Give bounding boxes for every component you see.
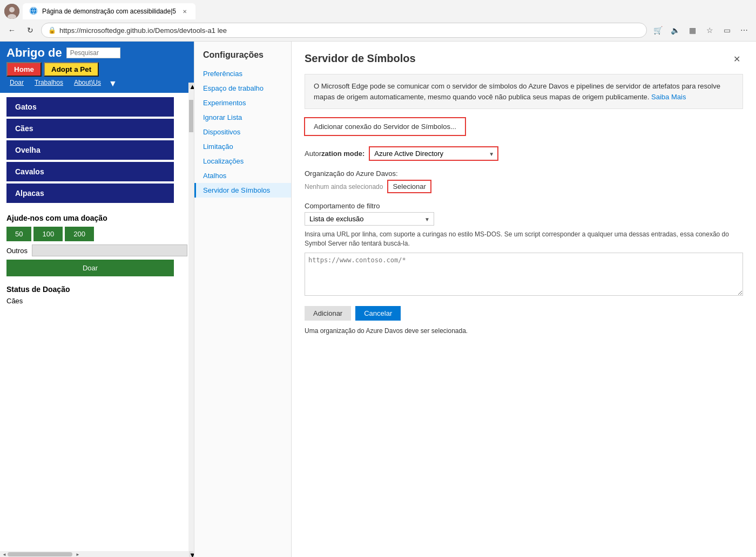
filter-description: Insira uma URL por linha, com suporte a … [305,230,743,248]
svg-point-1 [9,7,15,12]
settings-menu-item-workspace[interactable]: Espaço de trabalho [194,81,291,96]
org-label: Organização do Azure Davos: [305,169,743,178]
settings-menu-item-ignore[interactable]: Ignorar Lista [194,110,291,125]
right-scroll-arrow[interactable]: ► [75,552,81,557]
left-scroll-arrow[interactable]: ◄ [1,552,8,557]
address-text: https://microsoftedge.github.io/Demos/de… [59,26,640,35]
donation-other-label: Outros [6,247,28,255]
settings-menu-item-devices[interactable]: Dispositivos [194,125,291,139]
settings-menu-item-shortcuts[interactable]: Atalhos [194,168,291,183]
donation-submit-button[interactable]: Doar [6,260,174,276]
settings-title: Configurações [194,50,291,66]
nav-dropdown-icon[interactable]: ▼ [109,79,117,89]
category-caes[interactable]: Cães [6,119,174,138]
split-screen-icon[interactable]: ▦ [685,23,700,38]
scroll-thumb[interactable] [189,100,193,132]
collections-icon[interactable]: ▭ [719,23,734,38]
donation-title: Ajude-nos com uma doação [6,214,187,222]
donation-100-button[interactable]: 100 [33,227,63,241]
tab-favicon [29,6,38,17]
validation-message: Uma organização do Azure Davos deve ser … [305,327,743,335]
category-ovelha[interactable]: Ovelha [6,140,174,160]
auth-label: Autorzation mode: [305,150,364,158]
category-alpacas[interactable]: Alpacas [6,184,174,203]
auth-dropdown-wrapper: Azure Active Directory Personal Access T… [369,146,498,161]
nav-home-button[interactable]: Home [6,62,42,77]
browser-tab[interactable]: Página de demonstração com acessibilidad… [23,3,195,19]
address-bar[interactable]: 🔒 https://microsoftedge.github.io/Demos/… [41,23,647,38]
saiba-mais-link[interactable]: Saiba Mais [651,93,686,101]
org-select-button[interactable]: Selecionar [387,180,431,193]
filter-label: Comportamento de filtro [305,202,743,210]
scrollbar-thumb-h[interactable] [8,552,72,556]
site-search-input[interactable] [66,47,120,58]
auth-mode-select[interactable]: Azure Active Directory Personal Access T… [369,146,498,161]
favorites-icon[interactable]: ☆ [702,23,717,38]
status-title: Status de Doação [6,285,187,294]
panel-title: Servidor de Símbolos [305,52,416,65]
tab-close-icon[interactable]: ✕ [180,7,189,16]
user-avatar [4,4,19,19]
status-item: Cães [6,297,187,305]
lock-icon: 🔒 [48,26,56,34]
nav-adopt-button[interactable]: Adopt a Pet [44,62,99,77]
donation-other-input[interactable] [32,244,187,256]
filter-textarea[interactable] [305,253,743,296]
filter-dropdown-wrapper: Lista de exclusão Lista de inclusão ▼ [305,212,434,226]
org-placeholder-text: Nenhum ainda selecionado [305,183,383,191]
scroll-arrow-up[interactable]: ▲ [189,83,193,89]
panel-close-button[interactable]: ✕ [730,52,743,65]
back-button[interactable]: ← [4,23,19,38]
more-icon[interactable]: ⋯ [737,23,752,38]
add-button[interactable]: Adicionar [305,306,351,321]
browser-wallet-icon[interactable]: 🛒 [650,23,665,38]
vertical-scrollbar[interactable]: ▲ ▼ [188,83,194,557]
filter-behavior-select[interactable]: Lista de exclusão Lista de inclusão [305,212,434,226]
add-connection-button[interactable]: Adicionar conexão do Servidor de Símbolo… [305,118,465,135]
cancel-button[interactable]: Cancelar [355,306,401,321]
category-gatos[interactable]: Gatos [6,97,174,117]
info-box: O Microsoft Edge pode se comunicar com o… [305,74,743,109]
site-title: Abrigo de [6,46,62,60]
nav-donate-link[interactable]: Doar [6,79,27,89]
settings-menu-item-throttle[interactable]: Limitação [194,139,291,154]
nav-jobs-link[interactable]: Trabalhos [31,79,66,89]
scroll-arrow-down[interactable]: ▼ [189,551,193,557]
tab-title: Página de demonstração com acessibilidad… [42,8,176,15]
category-cavalos[interactable]: Cavalos [6,162,174,181]
read-aloud-icon[interactable]: 🔈 [667,23,683,38]
settings-menu-item-symbol-server[interactable]: Servidor de Símbolos [194,183,291,198]
refresh-button[interactable]: ↻ [23,23,38,38]
donation-50-button[interactable]: 50 [6,227,31,241]
settings-menu-item-locations[interactable]: Localizações [194,154,291,168]
settings-menu-item-experiments[interactable]: Experimentos [194,96,291,110]
settings-menu-item-preferences[interactable]: Preferências [194,66,291,81]
donation-200-button[interactable]: 200 [65,227,94,241]
nav-about-link[interactable]: About)Us [71,79,104,89]
